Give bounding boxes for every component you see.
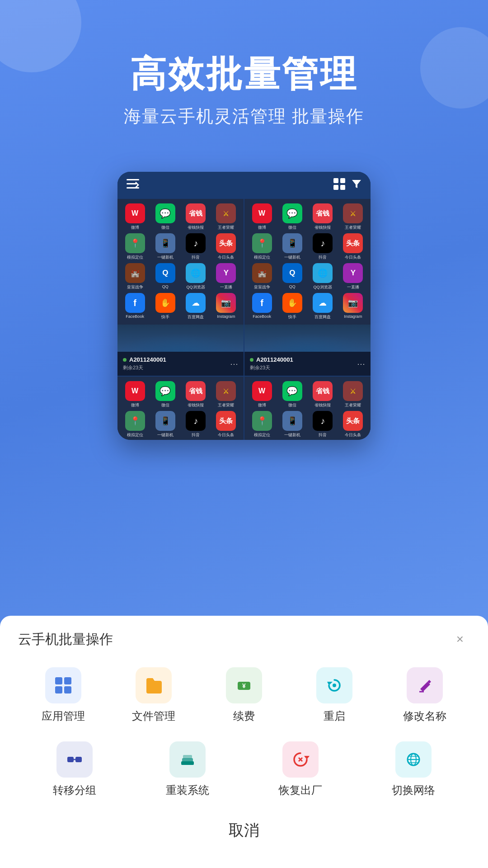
qqbrowser-icon-2: 🌐 [313,263,333,283]
action-renew[interactable]: ¥ 续费 [199,667,289,723]
cancel-button[interactable]: 取消 [18,820,470,841]
app-wechat-1[interactable]: 💬 微信 [151,203,179,231]
app-huangshi-2[interactable]: 🏰 皇室战争 [248,263,276,290]
app-instagram-1[interactable]: 📷 Instagram [212,293,240,320]
device-cell-3[interactable]: W 微博 💬 微信 省钱 省钱快报 ⚔ 王者荣耀 📍 模拟定位 [117,377,244,440]
app-yijian-1[interactable]: 📱 一键新机 [151,233,179,260]
action-edit-name[interactable]: 修改名称 [380,667,470,723]
device-cell-4[interactable]: W 微博 💬 微信 省钱 省钱快报 ⚔ 王者荣耀 📍 模拟定位 [244,377,371,440]
action-app-management[interactable]: 应用管理 [18,667,108,723]
qqbrowser-label-2: QQ浏览器 [314,284,332,290]
more-menu-2[interactable]: ⋯ [357,359,365,369]
weibo-icon-3: W [125,381,145,401]
phone-mockup: W 微博 💬 微信 省钱 省钱快报 ⚔ 王者荣耀 📍 模拟定位 [117,172,371,440]
status-dot-1 [123,358,127,362]
app-baidu-1[interactable]: ☁ 百度网盘 [182,293,210,320]
app-douyin-4[interactable]: ♪ 抖音 [309,411,337,438]
app-kuaishou-2[interactable]: ✋ 快手 [278,293,306,320]
app-wangzhe-3[interactable]: ⚔ 王者荣耀 [212,381,240,408]
weibo-label: 微博 [131,225,139,231]
instagram-icon-2: 📷 [343,293,363,313]
location-icon: 📍 [125,233,145,253]
close-button[interactable]: × [450,629,470,649]
wangzhe-label-4: 王者荣耀 [345,402,361,408]
menu-icon[interactable] [127,179,139,192]
qqbrowser-label: QQ浏览器 [187,284,205,290]
app-weibo-2[interactable]: W 微博 [248,203,276,231]
more-menu-1[interactable]: ⋯ [230,359,238,369]
hero-title: 高效批量管理 [0,54,488,94]
app-facebook-1[interactable]: f FaceBook [121,293,149,320]
app-douyin-1[interactable]: ♪ 抖音 [182,233,210,260]
yijian-icon-4: 📱 [282,411,302,431]
app-weibo-1[interactable]: W 微博 [121,203,149,231]
app-wangzhe-1[interactable]: ⚔ 王者荣耀 [212,203,240,231]
restart-icon [316,667,352,703]
toutiao-label-4: 今日头条 [345,432,361,438]
filter-icon[interactable] [352,179,361,192]
device-info-2: A2011240001 剩余23天 [250,356,293,371]
app-instagram-2[interactable]: 📷 Instagram [339,293,367,320]
yizhi-label-2: 一直播 [347,284,359,290]
toutiao-icon-3: 头条 [216,411,236,431]
action-factory-reset[interactable]: 恢复出厂 [244,741,357,797]
action-file-management[interactable]: 文件管理 [108,667,199,723]
douyin-icon-4: ♪ [313,411,333,431]
app-shengqian-4[interactable]: 省钱 省钱快报 [309,381,337,408]
app-douyin-2[interactable]: ♪ 抖音 [309,233,337,260]
action-restart[interactable]: 重启 [289,667,380,723]
app-toutiao-2[interactable]: 头条 今日头条 [339,233,367,260]
renew-icon: ¥ [226,667,262,703]
facebook-label-2: FaceBook [253,314,271,319]
app-toutiao-4[interactable]: 头条 今日头条 [339,411,367,438]
app-location-2[interactable]: 📍 模拟定位 [248,233,276,260]
app-yijian-3[interactable]: 📱 一键新机 [151,411,179,438]
transfer-group-label: 转移分组 [53,783,96,797]
app-toutiao-3[interactable]: 头条 今日头条 [212,411,240,438]
app-location-1[interactable]: 📍 模拟定位 [121,233,149,260]
app-qq-1[interactable]: Q QQ [151,263,179,290]
svg-rect-11 [64,686,71,693]
app-yizhi-1[interactable]: Y 一直播 [212,263,240,290]
app-facebook-2[interactable]: f FaceBook [248,293,276,320]
app-wechat-4[interactable]: 💬 微信 [278,381,306,408]
app-toutiao-1[interactable]: 头条 今日头条 [212,233,240,260]
app-shengqian-3[interactable]: 省钱 省钱快报 [182,381,210,408]
app-qqbrowser-1[interactable]: 🌐 QQ浏览器 [182,263,210,290]
action-reinstall[interactable]: 重装系统 [131,741,244,797]
toutiao-icon-4: 头条 [343,411,363,431]
app-huangshi-1[interactable]: 🏰 皇室战争 [121,263,149,290]
app-location-4[interactable]: 📍 模拟定位 [248,411,276,438]
wangzhe-icon: ⚔ [216,203,236,223]
app-shengqian-1[interactable]: 省钱 省钱快报 [182,203,210,231]
app-wangzhe-2[interactable]: ⚔ 王者荣耀 [339,203,367,231]
app-weibo-3[interactable]: W 微博 [121,381,149,408]
app-wangzhe-4[interactable]: ⚔ 王者荣耀 [339,381,367,408]
app-weibo-4[interactable]: W 微博 [248,381,276,408]
app-qq-2[interactable]: Q QQ [278,263,306,290]
topbar-left [127,179,139,192]
app-wechat-3[interactable]: 💬 微信 [151,381,179,408]
grid-icon[interactable] [333,178,345,193]
action-transfer-group[interactable]: 转移分组 [18,741,131,797]
file-management-icon [136,667,172,703]
app-wechat-2[interactable]: 💬 微信 [278,203,306,231]
app-kuaishou-1[interactable]: ✋ 快手 [151,293,179,320]
svg-point-15 [333,684,336,687]
app-yizhi-2[interactable]: Y 一直播 [339,263,367,290]
app-yijian-2[interactable]: 📱 一键新机 [278,233,306,260]
app-yijian-4[interactable]: 📱 一键新机 [278,411,306,438]
factory-reset-label: 恢复出厂 [279,783,322,797]
reinstall-icon [169,741,206,778]
device-cell-2[interactable]: W 微博 💬 微信 省钱 省钱快报 ⚔ 王者荣耀 📍 模拟定位 [244,199,371,376]
app-shengqian-2[interactable]: 省钱 省钱快报 [309,203,337,231]
action-switch-network[interactable]: 切换网络 [357,741,470,797]
app-baidu-2[interactable]: ☁ 百度网盘 [309,293,337,320]
device-cell-1[interactable]: W 微博 💬 微信 省钱 省钱快报 ⚔ 王者荣耀 📍 模拟定位 [117,199,244,376]
app-qqbrowser-2[interactable]: 🌐 QQ浏览器 [309,263,337,290]
app-location-3[interactable]: 📍 模拟定位 [121,411,149,438]
instagram-label-2: Instagram [344,314,362,319]
edit-name-label: 修改名称 [403,709,446,723]
app-douyin-3[interactable]: ♪ 抖音 [182,411,210,438]
svg-rect-3 [333,178,338,183]
